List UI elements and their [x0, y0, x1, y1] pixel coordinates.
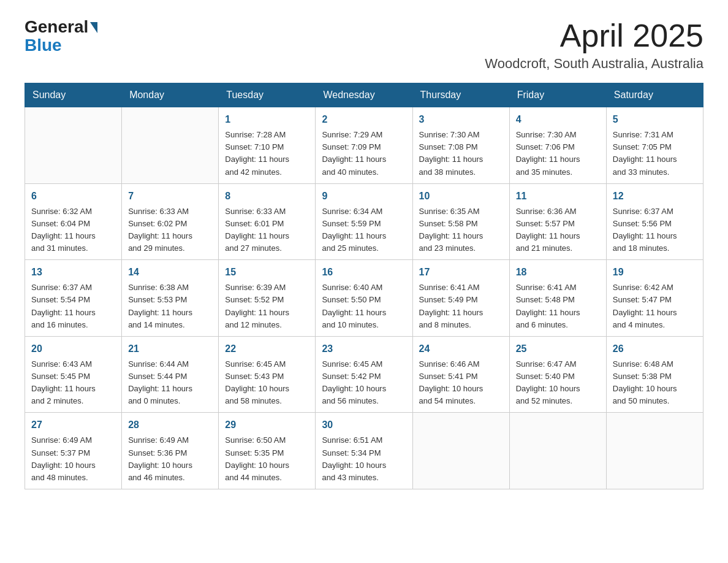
day-number: 1	[225, 112, 309, 127]
day-number: 11	[516, 189, 600, 204]
calendar-cell: 17Sunrise: 6:41 AM Sunset: 5:49 PM Dayli…	[412, 260, 509, 337]
day-number: 14	[128, 265, 212, 280]
day-info: Sunrise: 6:45 AM Sunset: 5:43 PM Dayligh…	[225, 358, 309, 408]
calendar-week-row: 27Sunrise: 6:49 AM Sunset: 5:37 PM Dayli…	[25, 413, 703, 489]
day-of-week-header: Saturday	[606, 83, 703, 107]
day-info: Sunrise: 6:51 AM Sunset: 5:34 PM Dayligh…	[322, 434, 406, 484]
day-info: Sunrise: 6:37 AM Sunset: 5:56 PM Dayligh…	[613, 205, 697, 255]
calendar-cell: 30Sunrise: 6:51 AM Sunset: 5:34 PM Dayli…	[316, 413, 412, 489]
day-info: Sunrise: 6:49 AM Sunset: 5:36 PM Dayligh…	[128, 434, 212, 484]
calendar-cell: 7Sunrise: 6:33 AM Sunset: 6:02 PM Daylig…	[122, 183, 219, 260]
day-number: 13	[31, 265, 115, 280]
logo: General Blue	[25, 18, 97, 55]
day-info: Sunrise: 6:36 AM Sunset: 5:57 PM Dayligh…	[516, 205, 600, 255]
calendar-week-row: 20Sunrise: 6:43 AM Sunset: 5:45 PM Dayli…	[25, 336, 703, 413]
day-number: 2	[322, 112, 406, 127]
day-number: 6	[31, 189, 115, 204]
day-number: 25	[516, 342, 600, 356]
calendar-cell: 8Sunrise: 6:33 AM Sunset: 6:01 PM Daylig…	[219, 183, 316, 260]
calendar-cell: 13Sunrise: 6:37 AM Sunset: 5:54 PM Dayli…	[25, 260, 122, 337]
day-number: 20	[31, 342, 115, 356]
day-info: Sunrise: 6:39 AM Sunset: 5:52 PM Dayligh…	[225, 282, 309, 331]
location-title: Woodcroft, South Australia, Australia	[485, 56, 703, 72]
day-info: Sunrise: 6:40 AM Sunset: 5:50 PM Dayligh…	[322, 282, 406, 331]
day-number: 27	[31, 418, 115, 432]
calendar-cell: 19Sunrise: 6:42 AM Sunset: 5:47 PM Dayli…	[606, 260, 703, 337]
logo-general-text: General	[25, 18, 88, 36]
day-info: Sunrise: 6:32 AM Sunset: 6:04 PM Dayligh…	[31, 205, 115, 255]
day-info: Sunrise: 6:34 AM Sunset: 5:59 PM Dayligh…	[322, 205, 406, 255]
month-title: April 2025	[485, 18, 703, 53]
day-info: Sunrise: 6:35 AM Sunset: 5:58 PM Dayligh…	[419, 205, 503, 255]
calendar-cell: 9Sunrise: 6:34 AM Sunset: 5:59 PM Daylig…	[316, 183, 412, 260]
day-info: Sunrise: 7:28 AM Sunset: 7:10 PM Dayligh…	[225, 129, 309, 178]
calendar-cell	[606, 413, 703, 489]
calendar-cell	[412, 413, 509, 489]
calendar-cell: 25Sunrise: 6:47 AM Sunset: 5:40 PM Dayli…	[509, 336, 606, 413]
calendar-cell: 14Sunrise: 6:38 AM Sunset: 5:53 PM Dayli…	[122, 260, 219, 337]
day-info: Sunrise: 6:47 AM Sunset: 5:40 PM Dayligh…	[516, 358, 600, 408]
calendar-cell: 20Sunrise: 6:43 AM Sunset: 5:45 PM Dayli…	[25, 336, 122, 413]
calendar-cell: 11Sunrise: 6:36 AM Sunset: 5:57 PM Dayli…	[509, 183, 606, 260]
day-number: 30	[322, 418, 406, 432]
calendar-cell: 5Sunrise: 7:31 AM Sunset: 7:05 PM Daylig…	[606, 107, 703, 184]
day-of-week-header: Friday	[509, 83, 606, 107]
day-info: Sunrise: 7:30 AM Sunset: 7:08 PM Dayligh…	[419, 129, 503, 178]
calendar-header-row: SundayMondayTuesdayWednesdayThursdayFrid…	[25, 83, 703, 107]
day-info: Sunrise: 6:38 AM Sunset: 5:53 PM Dayligh…	[128, 282, 212, 331]
day-info: Sunrise: 6:46 AM Sunset: 5:41 PM Dayligh…	[419, 358, 503, 408]
calendar-cell: 6Sunrise: 6:32 AM Sunset: 6:04 PM Daylig…	[25, 183, 122, 260]
calendar-cell	[509, 413, 606, 489]
calendar-cell: 22Sunrise: 6:45 AM Sunset: 5:43 PM Dayli…	[219, 336, 316, 413]
day-info: Sunrise: 6:50 AM Sunset: 5:35 PM Dayligh…	[225, 434, 309, 484]
day-number: 19	[613, 265, 697, 280]
day-number: 18	[516, 265, 600, 280]
day-number: 12	[613, 189, 697, 204]
day-info: Sunrise: 6:33 AM Sunset: 6:01 PM Dayligh…	[225, 205, 309, 255]
day-number: 16	[322, 265, 406, 280]
calendar-week-row: 1Sunrise: 7:28 AM Sunset: 7:10 PM Daylig…	[25, 107, 703, 184]
calendar-cell	[25, 107, 122, 184]
calendar-cell: 18Sunrise: 6:41 AM Sunset: 5:48 PM Dayli…	[509, 260, 606, 337]
day-number: 7	[128, 189, 212, 204]
calendar-cell: 27Sunrise: 6:49 AM Sunset: 5:37 PM Dayli…	[25, 413, 122, 489]
title-block: April 2025 Woodcroft, South Australia, A…	[485, 18, 703, 72]
day-of-week-header: Monday	[122, 83, 219, 107]
calendar-cell: 4Sunrise: 7:30 AM Sunset: 7:06 PM Daylig…	[509, 107, 606, 184]
calendar-cell: 15Sunrise: 6:39 AM Sunset: 5:52 PM Dayli…	[219, 260, 316, 337]
day-info: Sunrise: 6:42 AM Sunset: 5:47 PM Dayligh…	[613, 282, 697, 331]
day-number: 22	[225, 342, 309, 356]
calendar-cell: 26Sunrise: 6:48 AM Sunset: 5:38 PM Dayli…	[606, 336, 703, 413]
day-info: Sunrise: 7:30 AM Sunset: 7:06 PM Dayligh…	[516, 129, 600, 178]
day-info: Sunrise: 6:37 AM Sunset: 5:54 PM Dayligh…	[31, 282, 115, 331]
day-number: 8	[225, 189, 309, 204]
day-of-week-header: Thursday	[412, 83, 509, 107]
calendar-cell: 21Sunrise: 6:44 AM Sunset: 5:44 PM Dayli…	[122, 336, 219, 413]
day-of-week-header: Tuesday	[219, 83, 316, 107]
day-number: 21	[128, 342, 212, 356]
calendar-cell: 10Sunrise: 6:35 AM Sunset: 5:58 PM Dayli…	[412, 183, 509, 260]
calendar-cell: 3Sunrise: 7:30 AM Sunset: 7:08 PM Daylig…	[412, 107, 509, 184]
day-number: 15	[225, 265, 309, 280]
day-of-week-header: Wednesday	[316, 83, 412, 107]
day-number: 24	[419, 342, 503, 356]
day-number: 29	[225, 418, 309, 432]
calendar-cell: 23Sunrise: 6:45 AM Sunset: 5:42 PM Dayli…	[316, 336, 412, 413]
calendar-cell: 1Sunrise: 7:28 AM Sunset: 7:10 PM Daylig…	[219, 107, 316, 184]
calendar-week-row: 13Sunrise: 6:37 AM Sunset: 5:54 PM Dayli…	[25, 260, 703, 337]
day-info: Sunrise: 6:41 AM Sunset: 5:49 PM Dayligh…	[419, 282, 503, 331]
day-of-week-header: Sunday	[25, 83, 122, 107]
day-number: 3	[419, 112, 503, 127]
logo-blue-text: Blue	[25, 36, 62, 55]
day-number: 26	[613, 342, 697, 356]
day-info: Sunrise: 6:49 AM Sunset: 5:37 PM Dayligh…	[31, 434, 115, 484]
day-info: Sunrise: 7:31 AM Sunset: 7:05 PM Dayligh…	[613, 129, 697, 178]
day-number: 23	[322, 342, 406, 356]
day-number: 5	[613, 112, 697, 127]
day-number: 10	[419, 189, 503, 204]
day-number: 17	[419, 265, 503, 280]
calendar-cell: 12Sunrise: 6:37 AM Sunset: 5:56 PM Dayli…	[606, 183, 703, 260]
logo-arrow-icon	[90, 22, 97, 33]
calendar-table: SundayMondayTuesdayWednesdayThursdayFrid…	[25, 83, 703, 489]
calendar-cell: 28Sunrise: 6:49 AM Sunset: 5:36 PM Dayli…	[122, 413, 219, 489]
